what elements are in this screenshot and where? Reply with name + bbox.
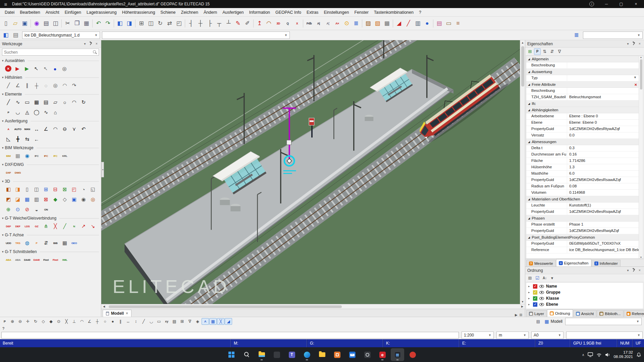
cancel-selection-icon[interactable]: ×: [5, 65, 11, 72]
taskbar-file-explorer[interactable]: [255, 348, 268, 361]
property-value[interactable]: ▼: [567, 75, 639, 81]
save-file-icon[interactable]: ▣: [20, 19, 29, 28]
guide-circle-2-icon[interactable]: ◎: [51, 81, 60, 90]
landxml-icon[interactable]: XML: [60, 255, 69, 264]
hide-3d-icon[interactable]: ⊘: [23, 205, 32, 214]
group-triangle-icon[interactable]: ◢: [528, 236, 530, 239]
hamburger-menu-icon[interactable]: ≡: [2, 1, 9, 7]
taskbar-search[interactable]: [240, 348, 253, 361]
ref-arc-icon[interactable]: ◡: [148, 318, 155, 325]
align-right-icon[interactable]: ├: [205, 19, 214, 28]
rectangle-icon[interactable]: ▭: [23, 98, 32, 107]
union-icon[interactable]: ⊞: [42, 185, 50, 194]
box-3d-icon[interactable]: ▯: [23, 185, 32, 194]
axis-lock-h-icon[interactable]: ↔: [124, 318, 132, 325]
scroll-thumb[interactable]: [521, 46, 524, 86]
guide-angle-icon[interactable]: ∠: [13, 81, 22, 90]
circle-icon[interactable]: ○: [60, 98, 69, 107]
tab-messwerte[interactable]: ?Messwerte: [526, 260, 556, 266]
ref-line-icon[interactable]: ╱: [140, 318, 147, 325]
measure-icon[interactable]: ▭: [444, 19, 453, 28]
sort-menu-icon[interactable]: ▾: [549, 275, 555, 282]
p-element-icon[interactable]: P: [4, 108, 13, 117]
screen-edit-icon[interactable]: ◧: [1, 31, 10, 40]
property-value[interactable]: 0.08: [567, 183, 639, 189]
expand-icon[interactable]: ▸: [528, 297, 531, 300]
menu-einfügen[interactable]: Einfügen: [62, 9, 84, 16]
list-view-icon[interactable]: ≣: [352, 19, 361, 28]
check-visible-icon[interactable]: ☑: [534, 275, 541, 282]
move-up-icon[interactable]: ↥: [255, 19, 264, 28]
minimize-button[interactable]: ─: [600, 0, 612, 8]
snap-endpoint-icon[interactable]: ◇: [40, 318, 47, 325]
menu-einstellungen[interactable]: Einstellungen: [321, 9, 352, 16]
pdb-icon[interactable]: Pdb: [305, 19, 314, 28]
arc-icon[interactable]: ◠: [70, 98, 78, 107]
expand-icon[interactable]: ▸: [528, 291, 531, 294]
select-element-icon[interactable]: ▶: [13, 64, 22, 73]
search-input[interactable]: [4, 50, 93, 55]
reference-combobox[interactable]: ▼: [565, 318, 642, 325]
group-triangle-icon[interactable]: ◢: [528, 140, 530, 143]
panel-menu-icon[interactable]: ▾: [626, 42, 630, 46]
da40-import-icon[interactable]: DA40: [23, 255, 32, 264]
tab-modell[interactable]: Modell ×: [103, 310, 131, 317]
switch-branch-icon[interactable]: ⋔: [42, 222, 50, 231]
cut-icon[interactable]: ✂: [63, 19, 72, 28]
triangle-hatch-icon[interactable]: ◬: [23, 108, 32, 117]
aba-export-icon[interactable]: ABA: [4, 255, 13, 264]
scroll-up-icon[interactable]: ▲: [640, 56, 642, 58]
tool-section-bim-werkzeuge[interactable]: ▾BIM Werkzeuge: [1, 144, 100, 151]
group-triangle-icon[interactable]: ◢: [528, 217, 530, 220]
taskbar-folder[interactable]: [315, 348, 329, 361]
preset-combobox[interactable]: ice DB_Beleuchtungsmast_1.d ▼: [22, 32, 100, 39]
new-order-icon[interactable]: ⊞: [527, 275, 533, 282]
color-checkbox[interactable]: ✓: [533, 290, 537, 295]
color-checkbox[interactable]: ✓: [533, 284, 537, 289]
scroll-down-icon[interactable]: ▼: [640, 256, 642, 258]
tree-expand-icon[interactable]: ⇅: [541, 48, 548, 55]
group-triangle-icon[interactable]: ◢: [528, 102, 530, 105]
pin-icon[interactable]: [89, 42, 93, 46]
menu-höhentrassierung[interactable]: Höhentrassierung: [119, 9, 158, 16]
manage-presets-icon[interactable]: ▤: [11, 31, 20, 40]
guide-curve-icon[interactable]: ↷: [70, 81, 78, 90]
close-icon[interactable]: ×: [637, 268, 642, 272]
sort-az-icon[interactable]: A↕: [541, 275, 548, 282]
axis-swap-icon[interactable]: ⇵: [42, 239, 50, 247]
selection-filter-icon[interactable]: ∇: [186, 318, 194, 325]
text-edit-icon[interactable]: A¦: [323, 19, 332, 28]
remove-attributes-icon[interactable]: ×: [634, 82, 637, 87]
property-value[interactable]: 0.16: [567, 152, 639, 158]
switch-lds-icon[interactable]: LDS: [23, 222, 32, 231]
taskbar-edge[interactable]: [300, 348, 314, 361]
switch-def-left-icon[interactable]: DEF: [4, 222, 13, 231]
tab-biblioth[interactable]: ▥Biblioth...: [597, 310, 623, 317]
property-group-allgemein[interactable]: ◢Allgemein: [526, 56, 639, 62]
subtract-icon[interactable]: ⊟: [51, 185, 60, 194]
tab-referenz[interactable]: ◆Referenz: [624, 310, 644, 317]
property-group-auswertung[interactable]: ◢Auswertung: [526, 69, 639, 75]
property-value[interactable]: 0.114968: [567, 190, 639, 196]
hatch-rect-icon[interactable]: ▤: [42, 98, 50, 107]
menu-ansicht[interactable]: Ansicht: [43, 9, 62, 16]
snap-active-int-icon[interactable]: ╳: [217, 318, 224, 325]
close-icon[interactable]: ×: [94, 42, 99, 46]
expand-icon[interactable]: ▸: [528, 285, 531, 288]
tab-list-icon[interactable]: ⊞: [520, 313, 522, 317]
select-point-icon[interactable]: ●: [51, 64, 59, 73]
window-new-icon[interactable]: ⊞: [137, 19, 146, 28]
property-group-ifc[interactable]: ◢Ifc: [526, 101, 639, 107]
property-value[interactable]: 1.3: [567, 164, 639, 170]
guide-cross-icon[interactable]: ┼: [32, 81, 41, 90]
dwg-import-icon[interactable]: DWG: [13, 168, 22, 177]
close-icon[interactable]: ×: [637, 42, 642, 46]
tab-scroll-right-icon[interactable]: ▶: [515, 313, 518, 317]
property-value[interactable]: 1dCZM5KOH2vBesRsqwAZqf: [567, 209, 639, 215]
measure-3d-icon[interactable]: ◒: [32, 205, 41, 214]
mirror-view-icon[interactable]: ⇄: [165, 19, 174, 28]
taskbar-elitecad[interactable]: [376, 348, 389, 361]
taskbar-geopac-cad[interactable]: [391, 348, 404, 361]
property-value[interactable]: 6.0: [567, 171, 639, 177]
property-group-phasen[interactable]: ◢Phasen: [526, 215, 639, 222]
